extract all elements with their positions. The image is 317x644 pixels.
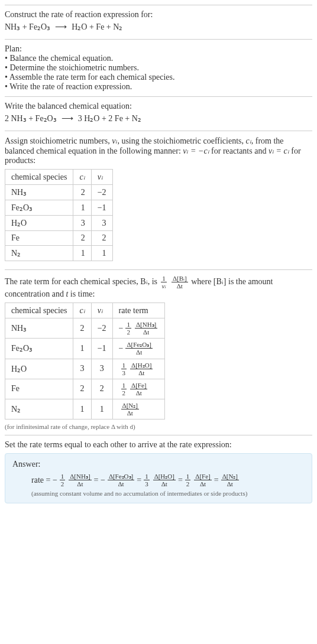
fraction: Δ[NH₃]Δt xyxy=(69,473,91,487)
frac-den: Δt xyxy=(135,328,157,336)
table-row: Fe₂O₃ 1 −1 xyxy=(5,200,113,216)
fraction: Δ[Fe₂O₃]Δt xyxy=(125,341,152,356)
fraction: Δ[Bᵢ] Δt xyxy=(172,275,188,290)
cell-species: H₂O xyxy=(5,216,73,231)
cell-species: NH₃ xyxy=(5,185,73,200)
final-section: Set the rate terms equal to each other t… xyxy=(5,435,312,508)
fraction: Δ[N₂]Δt xyxy=(121,402,139,417)
assign-text-part: , using the stoichiometric coefficients, xyxy=(117,136,245,145)
plan-item: • Write the rate of reaction expression. xyxy=(5,82,312,92)
cell-rate: 13Δ[H₂O]Δt xyxy=(112,359,165,379)
frac-num: 1 xyxy=(121,382,127,389)
cell-c: 2 xyxy=(73,379,91,399)
relation: νᵢ = −cᵢ xyxy=(183,147,209,155)
frac-num: Δ[NH₃] xyxy=(69,473,91,480)
fraction: 12 xyxy=(125,321,131,336)
col-species: chemical species xyxy=(5,303,73,318)
cell-c: 3 xyxy=(73,216,91,231)
frac-den: Δt xyxy=(108,480,134,487)
answer-box: Answer: rate = − 12Δ[NH₃]Δt = −Δ[Fe₂O₃]Δ… xyxy=(5,453,312,503)
answer-prefix: rate = − xyxy=(31,476,57,485)
plan-item: • Balance the chemical equation. xyxy=(5,54,312,63)
col-c: cᵢ xyxy=(73,303,91,318)
cell-rate: Δ[N₂]Δt xyxy=(112,399,165,419)
col-rate: rate term xyxy=(112,303,165,318)
frac-num: Δ[H₂O] xyxy=(130,362,153,369)
table-row: N₂ 1 1 xyxy=(5,246,113,261)
fraction: Δ[H₂O]Δt xyxy=(153,473,176,487)
assign-section: Assign stoichiometric numbers, νᵢ, using… xyxy=(5,131,312,269)
balance-section: Write the balanced chemical equation: 2 … xyxy=(5,96,312,131)
frac-num: Δ[N₂] xyxy=(221,473,239,480)
rate-footnote: (for infinitesimal rate of change, repla… xyxy=(5,423,312,430)
frac-den: 3 xyxy=(144,480,150,487)
cell-nu: 3 xyxy=(91,216,112,231)
cell-nu: 2 xyxy=(91,231,112,246)
frac-num: Δ[Bᵢ] xyxy=(172,275,188,282)
frac-num: 1 xyxy=(121,362,127,369)
cell-species: N₂ xyxy=(5,246,73,261)
plan-section: Plan: • Balance the chemical equation. •… xyxy=(5,39,312,96)
intro-text: Construct the rate of reaction expressio… xyxy=(5,10,312,19)
frac-den: Δt xyxy=(69,480,91,487)
table-row: Fe2212Δ[Fe]Δt xyxy=(5,379,165,399)
table-row: N₂11Δ[N₂]Δt xyxy=(5,399,165,419)
cell-rate: −12Δ[NH₃]Δt xyxy=(112,318,165,339)
frac-den: Δt xyxy=(153,480,176,487)
intro-eq-lhs: NH₃ + Fe₂O₃ xyxy=(5,22,50,32)
frac-den: 2 xyxy=(60,480,66,487)
plan-item: • Determine the stoichiometric numbers. xyxy=(5,63,312,73)
frac-num: Δ[Fe₂O₃] xyxy=(108,473,134,480)
frac-den: Δt xyxy=(130,369,153,376)
cell-species: Fe xyxy=(5,231,73,246)
answer-label: Answer: xyxy=(12,460,305,469)
fraction: Δ[NH₃]Δt xyxy=(135,321,157,336)
balance-equation: 2 NH₃ + Fe₂O₃ ⟶ 3 H₂O + 2 Fe + N₂ xyxy=(5,113,312,123)
frac-den: 3 xyxy=(121,369,127,376)
table-row: NH₃2−2−12Δ[NH₃]Δt xyxy=(5,318,165,339)
answer-expression: rate = − 12Δ[NH₃]Δt = −Δ[Fe₂O₃]Δt = 13Δ[… xyxy=(31,473,305,487)
cell-c: 1 xyxy=(73,339,91,359)
stoich-table: chemical species cᵢ νᵢ NH₃ 2 −2 Fe₂O₃ 1 … xyxy=(5,169,113,261)
fraction: Δ[N₂]Δt xyxy=(221,473,239,487)
table-header-row: chemical species cᵢ νᵢ xyxy=(5,170,113,185)
fraction: 12 xyxy=(60,473,66,487)
cell-nu: −1 xyxy=(91,200,112,216)
sign: − xyxy=(119,344,124,353)
assign-text-part: Assign stoichiometric numbers, xyxy=(5,136,112,145)
table-row: H₂O3313Δ[H₂O]Δt xyxy=(5,359,165,379)
col-c: cᵢ xyxy=(73,170,91,185)
cell-rate: −Δ[Fe₂O₃]Δt xyxy=(112,339,165,359)
cell-species: Fe₂O₃ xyxy=(5,339,73,359)
equals: = − xyxy=(94,476,105,485)
intro-eq-rhs: H₂O + Fe + N₂ xyxy=(72,22,122,32)
frac-num: Δ[H₂O] xyxy=(153,473,176,480)
col-species: chemical species xyxy=(5,170,73,185)
relation: νᵢ = cᵢ xyxy=(269,147,289,155)
frac-num: Δ[Fe₂O₃] xyxy=(125,341,152,349)
fraction: Δ[Fe]Δt xyxy=(194,473,211,487)
col-nu: νᵢ xyxy=(91,170,112,185)
cell-species: H₂O xyxy=(5,359,73,379)
frac-den: Δt xyxy=(221,480,239,487)
cell-species: Fe xyxy=(5,379,73,399)
rateterm-text: The rate term for each chemical species,… xyxy=(5,277,273,298)
fraction: Δ[Fe₂O₃]Δt xyxy=(108,473,134,487)
fraction: 13 xyxy=(144,473,150,487)
intro-section: Construct the rate of reaction expressio… xyxy=(5,5,312,39)
cell-species: Fe₂O₃ xyxy=(5,200,73,216)
rate-table: chemical species cᵢ νᵢ rate term NH₃2−2−… xyxy=(5,303,165,419)
equals: = xyxy=(137,476,141,485)
balance-eq-rhs: 3 H₂O + 2 Fe + N₂ xyxy=(78,113,141,123)
balance-eq-lhs: 2 NH₃ + Fe₂O₃ xyxy=(5,113,57,123)
table-row: Fe₂O₃1−1−Δ[Fe₂O₃]Δt xyxy=(5,339,165,359)
cell-rate: 12Δ[Fe]Δt xyxy=(112,379,165,399)
frac-num: Δ[Fe] xyxy=(130,382,147,389)
cell-species: N₂ xyxy=(5,399,73,419)
cell-c: 1 xyxy=(73,246,91,261)
rateterm-text-part: The rate term for each chemical species,… xyxy=(5,277,160,286)
c-symbol: cᵢ xyxy=(246,136,251,145)
fraction: 13 xyxy=(121,362,127,376)
table-row: H₂O 3 3 xyxy=(5,216,113,231)
frac-num: 1 xyxy=(60,473,66,480)
